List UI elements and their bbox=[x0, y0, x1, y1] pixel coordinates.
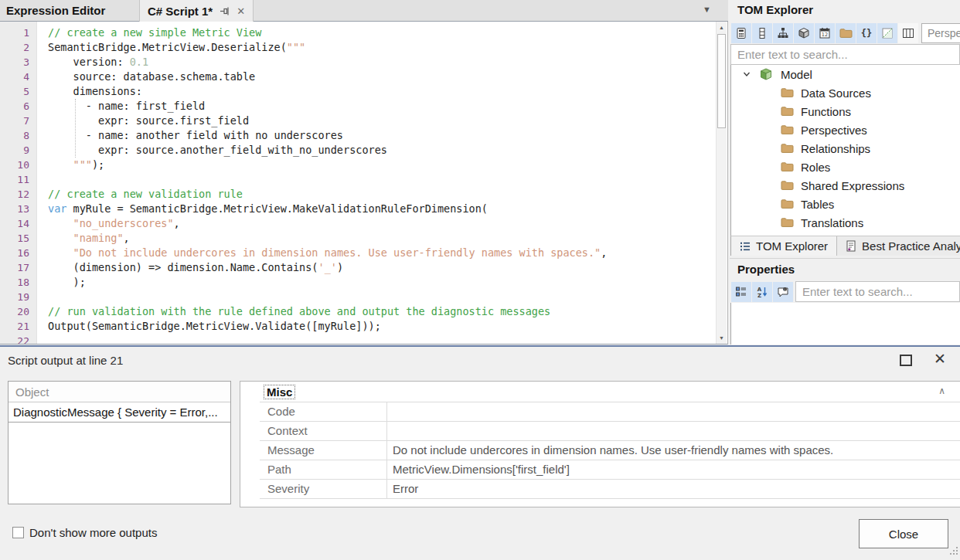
object-list-item[interactable]: DiagnosticMessage { Severity = Error,... bbox=[9, 402, 230, 423]
property-row-path[interactable]: PathMetricView.Dimensions['first_field'] bbox=[260, 460, 960, 480]
tree-item-data-sources[interactable]: Data Sources bbox=[731, 83, 960, 102]
property-row-context[interactable]: Context bbox=[260, 422, 960, 441]
resize-grip-icon[interactable] bbox=[948, 545, 959, 559]
property-row-message[interactable]: MessageDo not include undercores in dime… bbox=[260, 441, 960, 460]
code-line-19[interactable]: 19 bbox=[0, 290, 727, 304]
code-text: // run validation with the rule defined … bbox=[48, 304, 550, 319]
tree-item-roles[interactable]: Roles bbox=[731, 158, 960, 176]
code-line-21[interactable]: 21Output(SemanticBridge.MetricView.Valid… bbox=[0, 319, 727, 334]
property-category-misc[interactable]: Misc ∧ bbox=[240, 382, 960, 402]
property-row-severity[interactable]: SeverityError bbox=[260, 480, 960, 499]
tree-item-functions[interactable]: Functions bbox=[731, 102, 960, 120]
code-line-2[interactable]: 2SemanticBridge.MetricView.Deserialize("… bbox=[0, 40, 727, 55]
maximize-icon[interactable] bbox=[900, 355, 912, 366]
code-editor[interactable]: 1// create a new simple Metric View2Sema… bbox=[0, 22, 728, 344]
folder-icon[interactable] bbox=[836, 23, 856, 43]
panel-divider[interactable] bbox=[730, 258, 960, 259]
categorized-icon[interactable] bbox=[731, 282, 751, 302]
code-line-3[interactable]: 3 version: 0.1 bbox=[0, 55, 727, 70]
code-line-22[interactable]: 22 bbox=[0, 334, 727, 344]
code-line-4[interactable]: 4 source: database.schema.table bbox=[0, 70, 727, 84]
tree-item-translations[interactable]: Translations bbox=[731, 213, 960, 232]
line-number: 20 bbox=[0, 304, 37, 319]
code-line-12[interactable]: 12// create a new validation rule bbox=[0, 187, 727, 202]
close-icon[interactable]: ✕ bbox=[934, 350, 946, 368]
property-description-icon[interactable]: i bbox=[773, 282, 793, 302]
code-line-15[interactable]: 15 "naming", bbox=[0, 231, 727, 246]
folder-icon bbox=[781, 87, 794, 98]
code-line-9[interactable]: 9 expr: source.another_field_with_no_und… bbox=[0, 143, 727, 158]
tom-explorer-title: TOM Explorer bbox=[737, 3, 813, 16]
code-line-6[interactable]: 6 - name: first_field bbox=[0, 99, 727, 114]
sort-alphabetical-icon[interactable]: AZ bbox=[752, 282, 772, 302]
partition-icon[interactable] bbox=[877, 23, 897, 43]
close-icon[interactable]: ✕ bbox=[237, 6, 245, 16]
column-icon[interactable] bbox=[752, 23, 772, 43]
tab-csharp-script[interactable]: C# Script 1* ✕ bbox=[139, 0, 254, 22]
tab-best-practice-analyzer[interactable]: Best Practice Analyz bbox=[837, 236, 960, 256]
tree-item-label: Perspectives bbox=[801, 124, 867, 137]
tab-label: Best Practice Analyz bbox=[862, 239, 960, 253]
dont-show-more-outputs[interactable]: Don't show more outputs bbox=[12, 526, 157, 539]
line-number: 19 bbox=[0, 290, 37, 304]
code-line-1[interactable]: 1// create a new simple Metric View bbox=[0, 25, 727, 40]
code-line-5[interactable]: 5 dimensions: bbox=[0, 84, 727, 99]
property-row-code[interactable]: Code bbox=[260, 402, 960, 422]
code-line-20[interactable]: 20// run validation with the rule define… bbox=[0, 304, 727, 319]
editor-vertical-scrollbar[interactable]: ▲ ▼ bbox=[716, 22, 727, 344]
table-columns-icon[interactable] bbox=[898, 23, 918, 43]
property-label: Path bbox=[260, 460, 387, 479]
close-button[interactable]: Close bbox=[859, 519, 948, 548]
property-value[interactable]: Error bbox=[387, 480, 960, 498]
code-line-16[interactable]: 16 "Do not include undercores in dimensi… bbox=[0, 246, 727, 260]
cube-icon[interactable] bbox=[794, 23, 814, 43]
app-window: Expression Editor C# Script 1* ✕ ▼ 1// c… bbox=[0, 0, 960, 560]
scrollbar-thumb[interactable] bbox=[717, 34, 726, 128]
calendar-icon[interactable]: 12 bbox=[815, 23, 835, 43]
code-text: "Do not include undercores in dimension … bbox=[48, 246, 607, 260]
property-value[interactable]: MetricView.Dimensions['first_field'] bbox=[387, 460, 960, 479]
line-number: 18 bbox=[0, 275, 37, 290]
tree-item-shared-expressions[interactable]: Shared Expressions bbox=[731, 176, 960, 195]
code-lines: 1// create a new simple Metric View2Sema… bbox=[0, 22, 727, 344]
code-line-18[interactable]: 18 ); bbox=[0, 275, 727, 290]
tree-item-model[interactable]: Model bbox=[731, 65, 960, 83]
diagnostic-property-grid: Misc ∧ CodeContextMessageDo not include … bbox=[240, 381, 960, 507]
property-value[interactable] bbox=[387, 402, 960, 421]
document-tabstrip: Expression Editor C# Script 1* ✕ ▼ bbox=[0, 0, 728, 22]
tree-item-label: Relationships bbox=[801, 142, 870, 155]
line-number: 11 bbox=[0, 172, 37, 187]
pin-icon[interactable] bbox=[220, 6, 230, 16]
tab-tom-explorer[interactable]: TOM Explorer bbox=[731, 236, 837, 256]
perspective-combobox[interactable]: Perspe. bbox=[921, 23, 960, 43]
code-text: ); bbox=[48, 275, 86, 290]
tab-label: TOM Explorer bbox=[756, 239, 828, 253]
tree-item-label: Data Sources bbox=[801, 87, 871, 100]
tree-item-perspectives[interactable]: Perspectives bbox=[731, 120, 960, 139]
code-line-7[interactable]: 7 expr: source.first_field bbox=[0, 114, 727, 128]
checkbox-unchecked[interactable] bbox=[12, 527, 24, 538]
line-number: 3 bbox=[0, 55, 37, 70]
property-value[interactable]: Do not include undercores in dimension n… bbox=[387, 441, 960, 460]
properties-search-input[interactable] bbox=[795, 281, 960, 302]
tab-list-dropdown-icon[interactable]: ▼ bbox=[703, 5, 711, 14]
code-text: """); bbox=[48, 158, 104, 172]
chevron-down-icon[interactable] bbox=[742, 70, 751, 79]
tree-item-relationships[interactable]: Relationships bbox=[731, 139, 960, 158]
tree-item-tables[interactable]: Tables bbox=[731, 195, 960, 213]
property-value[interactable] bbox=[387, 422, 960, 440]
hierarchy-icon[interactable] bbox=[773, 23, 793, 43]
code-line-14[interactable]: 14 "no_underscores", bbox=[0, 216, 727, 231]
code-line-8[interactable]: 8 - name: another field with no undersco… bbox=[0, 128, 727, 143]
braces-icon[interactable]: {} bbox=[856, 23, 877, 43]
code-line-11[interactable]: 11 bbox=[0, 172, 727, 187]
code-line-13[interactable]: 13var myRule = SemanticBridge.MetricView… bbox=[0, 202, 727, 216]
collapse-icon[interactable]: ∧ bbox=[938, 385, 945, 396]
measure-icon[interactable] bbox=[731, 23, 751, 43]
scroll-down-icon[interactable]: ▼ bbox=[717, 332, 727, 344]
scroll-up-icon[interactable]: ▲ bbox=[717, 22, 727, 33]
code-line-10[interactable]: 10 """); bbox=[0, 158, 727, 172]
code-text: "naming", bbox=[48, 231, 130, 246]
code-line-17[interactable]: 17 (dimension) => dimension.Name.Contain… bbox=[0, 260, 727, 275]
tom-search-input[interactable] bbox=[730, 44, 960, 65]
